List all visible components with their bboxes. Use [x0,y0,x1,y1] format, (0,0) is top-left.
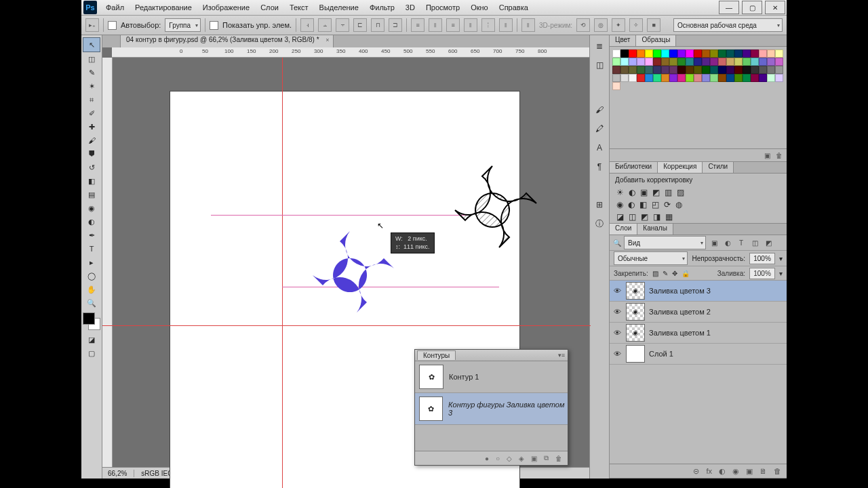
marquee-tool[interactable]: ◫ [83,52,100,66]
swatch[interactable] [767,74,775,82]
path-select-tool[interactable]: ▸ [83,256,100,269]
swatch[interactable] [620,74,629,82]
menu-select[interactable]: Выделение [315,1,363,14]
swatch[interactable] [718,58,726,66]
blur-tool[interactable]: ◉ [83,201,100,215]
menu-help[interactable]: Справка [494,1,533,14]
stroke-path-icon[interactable]: ○ [496,455,500,462]
layer-name[interactable]: Заливка цветом 2 [649,308,711,316]
nav-icon[interactable]: ⊞ [593,198,606,211]
lock-pixels-icon[interactable]: ✎ [663,270,668,277]
swatch[interactable] [759,74,767,82]
properties-icon[interactable]: ◫ [593,58,606,72]
swatch[interactable] [726,74,734,82]
wand-tool[interactable]: ✶ [83,79,100,93]
path-row[interactable]: ✿ Контур 1 [415,361,568,393]
swatch[interactable] [726,66,734,74]
layer-row[interactable]: 👁 ◉ Заливка цветом 2 [610,302,787,323]
swatch[interactable] [686,74,694,82]
swatch[interactable] [710,49,718,58]
swatch[interactable] [734,74,743,82]
swatch[interactable] [726,49,734,58]
lock-all-icon[interactable]: 🔒 [682,270,690,277]
layer-filter-dropdown[interactable]: Вид [624,236,706,249]
visibility-icon[interactable]: 👁 [612,307,622,317]
swatch[interactable] [653,58,661,66]
swatch[interactable] [751,66,759,74]
swatch[interactable] [620,49,629,58]
swatch[interactable] [669,66,677,74]
swatch[interactable] [734,49,743,58]
swatch[interactable] [775,58,783,66]
swatch-grid[interactable] [610,47,787,94]
brightness-icon[interactable]: ☀ [616,188,624,197]
paths-panel[interactable]: Контуры ▾≡ ✿ Контур 1 ✿ Контур фигуры За… [414,349,568,466]
swatch[interactable] [767,66,775,74]
swatch[interactable] [743,74,751,82]
filter-shape-icon[interactable]: ◫ [749,237,760,248]
swatch[interactable] [612,49,620,58]
layer-name[interactable]: Заливка цветом 1 [649,329,711,337]
character-icon[interactable]: A [593,141,606,155]
swatch[interactable] [629,66,637,74]
distribute-icon[interactable]: ⦙ [481,18,495,32]
distribute-icon[interactable]: ≡ [446,18,460,32]
swatch[interactable] [694,49,702,58]
lock-position-icon[interactable]: ✥ [672,270,677,277]
layer-row[interactable]: 👁 Слой 1 [610,344,787,365]
swatch[interactable] [743,66,751,74]
swatch[interactable] [637,58,645,66]
swatch[interactable] [775,49,783,58]
swatch[interactable] [661,66,669,74]
swatch[interactable] [767,58,775,66]
swatch[interactable] [734,66,743,74]
color-tab[interactable]: Цвет [610,35,636,46]
panel-menu-icon[interactable]: ▾≡ [555,352,568,359]
menu-layers[interactable]: Слои [256,1,283,14]
new-swatch-icon[interactable]: ▣ [764,152,770,159]
swatch[interactable] [645,66,653,74]
new-layer-icon[interactable]: 🗎 [760,467,767,475]
visibility-icon[interactable]: 👁 [612,286,622,296]
3d-icon[interactable]: ✦ [612,18,625,32]
adj-icon[interactable]: ◫ [629,212,636,222]
swatch[interactable] [718,49,726,58]
hue-icon[interactable]: ▨ [677,188,684,197]
gradient-tool[interactable]: ▤ [83,188,100,201]
swatch[interactable] [726,58,734,66]
swatch[interactable] [710,66,718,74]
adjustments-tab[interactable]: Коррекция [658,162,703,173]
close-button[interactable]: ✕ [765,1,785,14]
hand-tool[interactable]: ✋ [83,283,100,296]
brush-tool[interactable]: 🖌 [83,134,100,147]
menu-filter[interactable]: Фильтр [365,1,399,14]
trash-icon[interactable]: 🗑 [776,152,783,159]
path-row[interactable]: ✿ Контур фигуры Заливка цветом 3 [415,393,568,425]
swatch[interactable] [702,49,710,58]
swatch[interactable] [645,49,653,58]
adj-icon[interactable]: ◧ [639,200,647,209]
swatch[interactable] [710,58,718,66]
adj-icon[interactable]: ◪ [616,212,624,222]
align-icon[interactable]: ⊏ [353,18,367,32]
swatch[interactable] [677,74,686,82]
menu-image[interactable]: Изображение [198,1,254,14]
minimize-button[interactable]: — [719,1,739,14]
align-icon[interactable]: ⫞ [300,18,314,32]
shape-tool[interactable]: ◯ [83,269,100,283]
visibility-icon[interactable]: 👁 [612,349,622,359]
filter-smart-icon[interactable]: ◩ [763,237,774,248]
distribute-icon[interactable]: ≡ [411,18,425,32]
swatch[interactable] [718,66,726,74]
swatch[interactable] [775,74,783,82]
swatch[interactable] [702,74,710,82]
swatch[interactable] [743,58,751,66]
swatch[interactable] [620,66,629,74]
menu-edit[interactable]: Редактирование [130,1,197,14]
swatch[interactable] [686,49,694,58]
swatches-tab[interactable]: Образцы [636,35,676,46]
blend-mode-dropdown[interactable]: Обычные [614,251,688,265]
close-icon[interactable]: × [326,37,329,43]
swatch[interactable] [759,58,767,66]
lock-transparency-icon[interactable]: ▨ [652,270,658,277]
